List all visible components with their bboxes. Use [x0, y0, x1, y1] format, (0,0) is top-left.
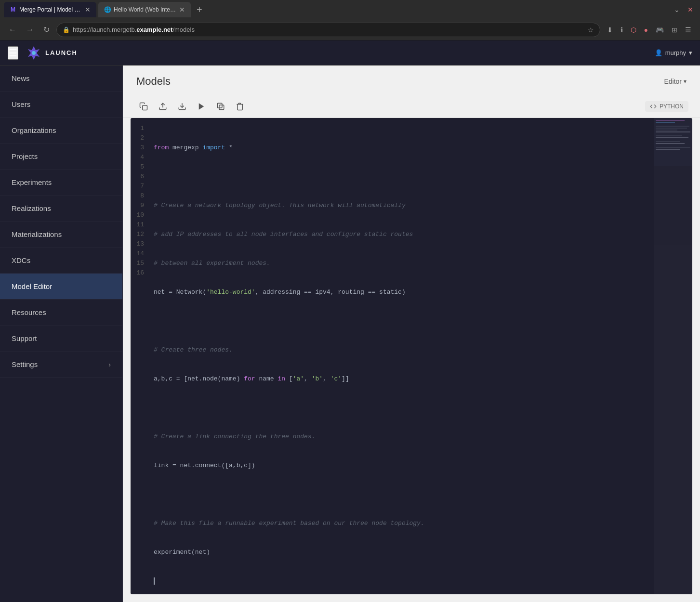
extension-1-button[interactable]: ⬡ [628, 24, 639, 36]
tab-favicon-2: 🌐 [104, 6, 111, 13]
line-numbers: 1 2 3 4 5 6 7 8 9 10 11 12 13 [131, 118, 150, 594]
sidebar-label-support: Support [12, 334, 37, 342]
language-label: PYTHON [660, 103, 684, 110]
settings-chevron-icon: › [108, 361, 111, 368]
address-bar[interactable]: 🔒 https://launch.mergetb.example.net/mod… [56, 23, 600, 37]
code-line-11: # Create a link connecting the three nod… [154, 432, 654, 442]
upload-button[interactable] [154, 99, 172, 114]
trash-icon [236, 102, 244, 111]
code-editor-wrapper: 1 2 3 4 5 6 7 8 9 10 11 12 13 [131, 118, 692, 594]
sidebar-item-xdcs[interactable]: XDCs [0, 248, 122, 274]
line-number-9: 9 [131, 201, 150, 210]
tab-close-2[interactable]: ✕ [179, 6, 185, 13]
sidebar-item-realizations[interactable]: Realizations [0, 196, 122, 222]
svg-point-1 [32, 51, 36, 55]
sidebar-label-resources: Resources [12, 308, 46, 316]
code-minimap [654, 118, 692, 594]
info-button[interactable]: ℹ [618, 24, 626, 36]
user-menu[interactable]: 👤 murphy ▾ [655, 49, 692, 56]
tab-close-1[interactable]: ✕ [85, 6, 91, 13]
extensions-button[interactable]: ⊞ [669, 24, 680, 36]
code-line-9: a,b,c = [net.node(name) for name in ['a'… [154, 374, 654, 384]
new-tab-button[interactable]: + [193, 4, 206, 15]
tab-label-2: Hello World (Web Inter... [114, 6, 176, 13]
line-number-15: 15 [131, 259, 150, 268]
user-icon: 👤 [655, 49, 662, 56]
svg-rect-6 [217, 103, 222, 108]
close-window-button[interactable]: ✕ [685, 4, 696, 15]
code-line-5: # between all experiment nodes. [154, 259, 654, 268]
editor-toolbar: PYTHON [123, 95, 700, 118]
run-button[interactable] [192, 99, 211, 114]
sidebar-label-news: News [12, 74, 30, 82]
main-container: News Users Organizations Projects Experi… [0, 65, 700, 602]
line-number-4: 4 [131, 153, 150, 162]
code-line-12: link = net.connect([a,b,c]) [154, 461, 654, 471]
extension-3-button[interactable]: 🎮 [653, 24, 667, 36]
url-display: https://launch.mergetb.example.net/model… [73, 26, 585, 33]
sidebar-item-experiments[interactable]: Experiments [0, 170, 122, 196]
extension-2-button[interactable]: ● [641, 24, 651, 36]
refresh-button[interactable]: ↻ [40, 23, 53, 36]
copy-button[interactable] [134, 99, 153, 114]
line-number-10: 10 [131, 210, 150, 220]
code-line-6: net = Network('hello-world', addressing … [154, 288, 654, 297]
back-button[interactable]: ← [6, 24, 19, 36]
download-icon [178, 102, 186, 111]
bookmark-icon[interactable]: ☆ [588, 26, 594, 34]
sidebar-item-organizations[interactable]: Organizations [0, 118, 122, 144]
browser-frame: M Merge Portal | Model E... ✕ 🌐 Hello Wo… [0, 0, 700, 602]
hamburger-button[interactable]: ☰ [8, 46, 18, 60]
sidebar-label-xdcs: XDCs [12, 256, 30, 264]
minimize-button[interactable]: ⌄ [671, 4, 683, 15]
forward-button[interactable]: → [23, 24, 37, 36]
code-content[interactable]: from mergexp import * # Create a network… [150, 118, 654, 594]
download-button[interactable] [173, 99, 191, 114]
user-chevron-icon: ▾ [689, 49, 692, 56]
upload-icon [158, 102, 167, 111]
sidebar-item-resources[interactable]: Resources [0, 300, 122, 326]
code-line-2 [154, 172, 654, 182]
tab-active[interactable]: M Merge Portal | Model E... ✕ [4, 2, 96, 17]
sidebar-item-support[interactable]: Support [0, 326, 122, 352]
sidebar-label-projects: Projects [12, 152, 38, 160]
browser-toolbar: ← → ↻ 🔒 https://launch.mergetb.example.n… [0, 19, 700, 40]
line-number-2: 2 [131, 133, 150, 143]
code-line-7 [154, 316, 654, 326]
duplicate-icon [216, 102, 225, 111]
line-number-11: 11 [131, 220, 150, 230]
sidebar-label-realizations: Realizations [12, 204, 51, 212]
sidebar-item-news[interactable]: News [0, 65, 122, 92]
editor-role-button[interactable]: Editor ▾ [664, 78, 687, 85]
sidebar-label-materializations: Materializations [12, 230, 62, 238]
line-number-16: 16 [131, 268, 150, 278]
code-line-15: experiment(net) [154, 548, 654, 557]
sidebar-item-settings[interactable]: Settings › [0, 352, 122, 378]
svg-rect-7 [219, 105, 224, 110]
line-number-6: 6 [131, 172, 150, 182]
svg-rect-20 [654, 118, 692, 166]
editor-role-label: Editor [664, 78, 682, 85]
delete-button[interactable] [231, 99, 249, 114]
sidebar-item-materializations[interactable]: Materializations [0, 222, 122, 248]
sidebar: News Users Organizations Projects Experi… [0, 65, 123, 602]
sidebar-item-users[interactable]: Users [0, 92, 122, 118]
sidebar-item-projects[interactable]: Projects [0, 144, 122, 170]
code-line-8: # Create three nodes. [154, 345, 654, 355]
content-header: Models Editor ▾ [123, 65, 700, 95]
code-editor[interactable]: 1 2 3 4 5 6 7 8 9 10 11 12 13 [131, 118, 692, 594]
line-number-8: 8 [131, 191, 150, 201]
editor-role-chevron-icon: ▾ [684, 78, 687, 85]
tab-favicon-1: M [10, 6, 16, 13]
sidebar-label-settings: Settings [12, 360, 38, 368]
menu-button[interactable]: ☰ [682, 24, 694, 36]
tab-2[interactable]: 🌐 Hello World (Web Inter... ✕ [98, 2, 191, 17]
line-number-13: 13 [131, 239, 150, 249]
browser-titlebar: M Merge Portal | Model E... ✕ 🌐 Hello Wo… [0, 0, 700, 19]
download-browser-button[interactable]: ⬇ [604, 24, 616, 36]
browser-toolbar-icons: ⬇ ℹ ⬡ ● 🎮 ⊞ ☰ [604, 24, 694, 36]
line-number-3: 3 [131, 143, 150, 153]
sidebar-item-model-editor[interactable]: Model Editor [0, 274, 122, 300]
duplicate-button[interactable] [211, 99, 230, 114]
sidebar-label-users: Users [12, 100, 30, 108]
